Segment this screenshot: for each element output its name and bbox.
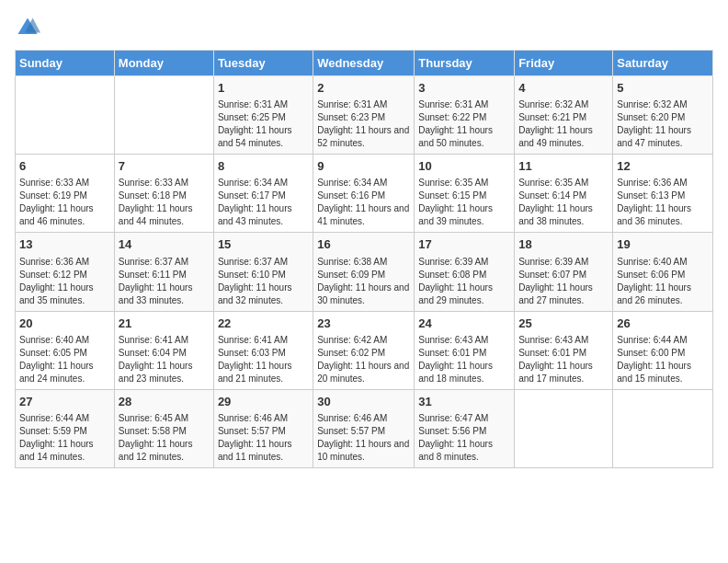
week-row-2: 13Sunrise: 6:36 AM Sunset: 6:12 PM Dayli… (16, 233, 713, 311)
calendar-cell: 19Sunrise: 6:40 AM Sunset: 6:06 PM Dayli… (613, 233, 713, 311)
day-info: Sunrise: 6:44 AM Sunset: 5:59 PM Dayligh… (19, 412, 110, 464)
day-info: Sunrise: 6:34 AM Sunset: 6:17 PM Dayligh… (218, 177, 309, 228)
day-info: Sunrise: 6:40 AM Sunset: 6:05 PM Dayligh… (19, 334, 110, 385)
day-number: 9 (317, 158, 410, 175)
calendar-cell: 29Sunrise: 6:46 AM Sunset: 5:57 PM Dayli… (213, 389, 313, 467)
day-number: 22 (218, 316, 309, 332)
calendar-cell: 25Sunrise: 6:43 AM Sunset: 6:01 PM Dayli… (515, 311, 613, 389)
day-info: Sunrise: 6:43 AM Sunset: 6:01 PM Dayligh… (518, 334, 609, 385)
day-number: 26 (617, 316, 709, 332)
page-header (15, 15, 713, 40)
day-info: Sunrise: 6:36 AM Sunset: 6:12 PM Dayligh… (19, 256, 110, 307)
calendar-cell: 6Sunrise: 6:33 AM Sunset: 6:19 PM Daylig… (16, 155, 115, 233)
day-number: 17 (418, 236, 510, 253)
header-sunday: Sunday (16, 51, 115, 76)
header-monday: Monday (114, 51, 213, 76)
day-number: 23 (317, 316, 410, 332)
day-number: 20 (19, 316, 110, 332)
day-number: 21 (119, 316, 210, 332)
calendar-cell: 21Sunrise: 6:41 AM Sunset: 6:04 PM Dayli… (114, 311, 213, 389)
day-info: Sunrise: 6:31 AM Sunset: 6:22 PM Dayligh… (418, 98, 510, 150)
logo-icon (15, 15, 40, 40)
calendar-cell: 28Sunrise: 6:45 AM Sunset: 5:58 PM Dayli… (114, 389, 213, 467)
week-row-0: 1Sunrise: 6:31 AM Sunset: 6:25 PM Daylig… (16, 76, 713, 155)
calendar-cell (114, 76, 213, 155)
calendar-cell: 14Sunrise: 6:37 AM Sunset: 6:11 PM Dayli… (114, 233, 213, 311)
day-info: Sunrise: 6:42 AM Sunset: 6:02 PM Dayligh… (317, 334, 410, 385)
day-number: 7 (119, 158, 210, 175)
day-info: Sunrise: 6:32 AM Sunset: 6:21 PM Dayligh… (518, 98, 609, 150)
header-thursday: Thursday (415, 51, 515, 76)
calendar-cell: 30Sunrise: 6:46 AM Sunset: 5:57 PM Dayli… (313, 389, 415, 467)
calendar-cell: 27Sunrise: 6:44 AM Sunset: 5:59 PM Dayli… (16, 389, 115, 467)
day-info: Sunrise: 6:32 AM Sunset: 6:20 PM Dayligh… (617, 98, 709, 150)
calendar-cell: 17Sunrise: 6:39 AM Sunset: 6:08 PM Dayli… (415, 233, 515, 311)
day-info: Sunrise: 6:44 AM Sunset: 6:00 PM Dayligh… (617, 334, 709, 385)
day-number: 6 (19, 158, 110, 175)
calendar-cell: 13Sunrise: 6:36 AM Sunset: 6:12 PM Dayli… (16, 233, 115, 311)
day-info: Sunrise: 6:35 AM Sunset: 6:15 PM Dayligh… (418, 177, 510, 228)
logo (15, 15, 44, 40)
day-info: Sunrise: 6:47 AM Sunset: 5:56 PM Dayligh… (418, 412, 510, 464)
calendar-cell: 8Sunrise: 6:34 AM Sunset: 6:17 PM Daylig… (213, 155, 313, 233)
calendar-cell: 18Sunrise: 6:39 AM Sunset: 6:07 PM Dayli… (515, 233, 613, 311)
header-wednesday: Wednesday (313, 51, 415, 76)
calendar-cell: 16Sunrise: 6:38 AM Sunset: 6:09 PM Dayli… (313, 233, 415, 311)
day-info: Sunrise: 6:40 AM Sunset: 6:06 PM Dayligh… (617, 256, 709, 307)
calendar-header-row: SundayMondayTuesdayWednesdayThursdayFrid… (16, 51, 713, 76)
calendar-cell: 31Sunrise: 6:47 AM Sunset: 5:56 PM Dayli… (415, 389, 515, 467)
day-number: 15 (218, 236, 309, 253)
week-row-3: 20Sunrise: 6:40 AM Sunset: 6:05 PM Dayli… (16, 311, 713, 389)
day-number: 27 (19, 394, 110, 410)
calendar-cell: 11Sunrise: 6:35 AM Sunset: 6:14 PM Dayli… (515, 155, 613, 233)
calendar-cell: 15Sunrise: 6:37 AM Sunset: 6:10 PM Dayli… (213, 233, 313, 311)
day-info: Sunrise: 6:37 AM Sunset: 6:11 PM Dayligh… (119, 256, 210, 307)
day-number: 5 (617, 80, 709, 97)
calendar-cell: 23Sunrise: 6:42 AM Sunset: 6:02 PM Dayli… (313, 311, 415, 389)
day-info: Sunrise: 6:41 AM Sunset: 6:03 PM Dayligh… (218, 334, 309, 385)
day-info: Sunrise: 6:34 AM Sunset: 6:16 PM Dayligh… (317, 177, 410, 228)
day-number: 4 (518, 80, 609, 97)
day-info: Sunrise: 6:41 AM Sunset: 6:04 PM Dayligh… (119, 334, 210, 385)
header-friday: Friday (515, 51, 613, 76)
day-info: Sunrise: 6:36 AM Sunset: 6:13 PM Dayligh… (617, 177, 709, 228)
day-number: 10 (418, 158, 510, 175)
day-info: Sunrise: 6:43 AM Sunset: 6:01 PM Dayligh… (418, 334, 510, 385)
day-number: 19 (617, 236, 709, 253)
calendar-cell: 7Sunrise: 6:33 AM Sunset: 6:18 PM Daylig… (114, 155, 213, 233)
day-number: 14 (119, 236, 210, 253)
day-info: Sunrise: 6:38 AM Sunset: 6:09 PM Dayligh… (317, 256, 410, 307)
day-number: 1 (218, 80, 309, 97)
day-number: 18 (518, 236, 609, 253)
calendar-cell: 2Sunrise: 6:31 AM Sunset: 6:23 PM Daylig… (313, 76, 415, 155)
day-number: 16 (317, 236, 410, 253)
calendar-cell: 3Sunrise: 6:31 AM Sunset: 6:22 PM Daylig… (415, 76, 515, 155)
day-number: 30 (317, 394, 410, 410)
day-info: Sunrise: 6:33 AM Sunset: 6:18 PM Dayligh… (119, 177, 210, 228)
day-info: Sunrise: 6:35 AM Sunset: 6:14 PM Dayligh… (518, 177, 609, 228)
day-number: 3 (418, 80, 510, 97)
day-number: 2 (317, 80, 410, 97)
day-info: Sunrise: 6:33 AM Sunset: 6:19 PM Dayligh… (19, 177, 110, 228)
week-row-1: 6Sunrise: 6:33 AM Sunset: 6:19 PM Daylig… (16, 155, 713, 233)
day-number: 11 (518, 158, 609, 175)
day-number: 25 (518, 316, 609, 332)
calendar-cell (613, 389, 713, 467)
header-tuesday: Tuesday (213, 51, 313, 76)
week-row-4: 27Sunrise: 6:44 AM Sunset: 5:59 PM Dayli… (16, 389, 713, 467)
day-info: Sunrise: 6:46 AM Sunset: 5:57 PM Dayligh… (218, 412, 309, 464)
calendar-cell: 1Sunrise: 6:31 AM Sunset: 6:25 PM Daylig… (213, 76, 313, 155)
calendar-table: SundayMondayTuesdayWednesdayThursdayFrid… (15, 50, 713, 468)
calendar-cell: 9Sunrise: 6:34 AM Sunset: 6:16 PM Daylig… (313, 155, 415, 233)
calendar-cell (515, 389, 613, 467)
day-info: Sunrise: 6:37 AM Sunset: 6:10 PM Dayligh… (218, 256, 309, 307)
header-saturday: Saturday (613, 51, 713, 76)
calendar-cell: 26Sunrise: 6:44 AM Sunset: 6:00 PM Dayli… (613, 311, 713, 389)
day-number: 28 (119, 394, 210, 410)
calendar-cell: 12Sunrise: 6:36 AM Sunset: 6:13 PM Dayli… (613, 155, 713, 233)
calendar-cell (16, 76, 115, 155)
calendar-cell: 10Sunrise: 6:35 AM Sunset: 6:15 PM Dayli… (415, 155, 515, 233)
calendar-cell: 22Sunrise: 6:41 AM Sunset: 6:03 PM Dayli… (213, 311, 313, 389)
day-info: Sunrise: 6:39 AM Sunset: 6:08 PM Dayligh… (418, 256, 510, 307)
day-number: 29 (218, 394, 309, 410)
